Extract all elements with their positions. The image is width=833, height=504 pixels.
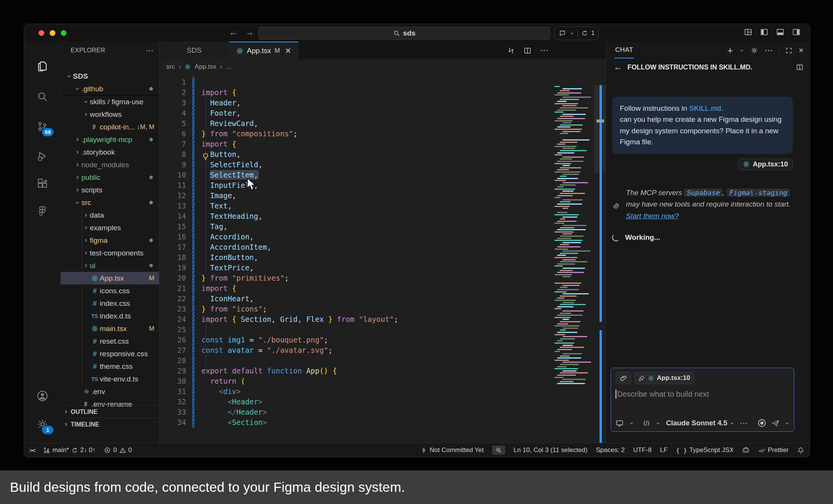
search-activity-icon[interactable] <box>24 86 60 107</box>
explorer-item--playwright-mcp[interactable]: .playwright-mcp <box>61 133 159 146</box>
code-line-30[interactable]: 30 return ( <box>159 376 606 386</box>
explorer-item-vite-env-d-ts[interactable]: TSvite-env.d.ts <box>61 373 159 385</box>
explorer-item-reset-css[interactable]: #reset.css <box>61 335 159 347</box>
outline-section[interactable]: OUTLINE <box>61 405 159 418</box>
open-chat-in-editor-icon[interactable] <box>796 63 804 71</box>
code-line-7[interactable]: 7import { <box>159 139 606 149</box>
explorer-item-responsive-css[interactable]: #responsive.css <box>61 347 159 360</box>
attach-context-button[interactable] <box>616 372 631 384</box>
code-line-24[interactable]: 24import { Section, Grid, Flex } from "l… <box>159 314 606 325</box>
open-changes-icon[interactable] <box>507 47 515 55</box>
maximize-chat-icon[interactable] <box>785 47 792 54</box>
close-window-button[interactable] <box>39 30 44 36</box>
explorer-item-ui[interactable]: ui <box>61 259 159 272</box>
chevron-down-icon[interactable] <box>739 48 744 53</box>
chevron-right-icon[interactable] <box>73 137 81 142</box>
context-badge[interactable]: App.tsx:10 <box>738 158 793 170</box>
code-line-19[interactable]: 19 TextPrice, <box>159 263 606 273</box>
code-line-21[interactable]: 21import { <box>159 283 606 294</box>
code-line-14[interactable]: 14 TextHeading, <box>159 211 606 221</box>
code-line-11[interactable]: 11 InputField, <box>159 180 606 191</box>
copilot-status[interactable] <box>742 446 750 454</box>
toggle-right-sidebar-icon[interactable] <box>792 28 801 36</box>
code-line-18[interactable]: 18 IconButton, <box>159 252 606 263</box>
chevron-right-icon[interactable] <box>73 174 81 180</box>
explorer-item-test-components[interactable]: test-components <box>61 247 159 259</box>
close-chat-icon[interactable]: × <box>799 45 804 55</box>
code-line-23[interactable]: 23} from "icons"; <box>159 304 606 314</box>
code-line-2[interactable]: 2import { <box>159 87 606 98</box>
input-more-actions[interactable]: ⋯ <box>740 418 747 428</box>
formatter-status[interactable]: Prettier <box>758 446 789 454</box>
attached-file-chip[interactable]: App.tsx:10 <box>634 372 694 384</box>
breadcrumb[interactable]: src › App.tsx › ... <box>159 59 606 74</box>
indentation-status[interactable]: Spaces: 2 <box>596 446 625 454</box>
breadcrumb-symbol[interactable]: ... <box>226 63 232 71</box>
chevron-right-icon[interactable] <box>81 225 90 231</box>
explorer-item-examples[interactable]: examples <box>61 221 159 234</box>
encoding-status[interactable]: UTF-8 <box>633 446 651 454</box>
remote-indicator[interactable]: >< <box>29 447 34 454</box>
code-line-10[interactable]: 10 SelectItem, <box>159 170 606 180</box>
explorer-item-figma[interactable]: figma <box>61 234 159 247</box>
chevron-down-icon[interactable] <box>784 421 789 426</box>
code-line-5[interactable]: 5 ReviewCard, <box>159 118 606 129</box>
notifications-status[interactable] <box>797 447 804 454</box>
toggle-bottom-panel-icon[interactable] <box>776 28 784 36</box>
problems-status[interactable]: 0 0 <box>104 446 132 454</box>
mcp-server-figma-staging[interactable]: Figma\-staging <box>727 189 790 197</box>
code-line-27[interactable]: 27const avatar = "./avatar.svg"; <box>159 345 606 355</box>
chevron-down-icon[interactable] <box>65 73 73 79</box>
code-line-9[interactable]: 9 SelectField, <box>159 160 606 170</box>
explorer-item-theme-css[interactable]: #theme.css <box>61 360 159 373</box>
split-editor-icon[interactable] <box>523 47 532 55</box>
chevron-right-icon[interactable] <box>81 212 90 218</box>
maximize-window-button[interactable] <box>61 30 66 36</box>
forward-button[interactable]: → <box>245 27 254 37</box>
chat-icon[interactable] <box>559 29 566 37</box>
code-line-17[interactable]: 17 AccordionItem, <box>159 242 606 252</box>
code-editor[interactable]: 12import {3 Header,4 Footer,5 ReviewCard… <box>159 74 606 443</box>
code-line-20[interactable]: 20} from "primitives"; <box>159 273 606 283</box>
editor-more-actions[interactable]: ⋯ <box>540 45 548 55</box>
mcp-server-supabase[interactable]: Supabase <box>684 189 723 197</box>
explorer-item-src[interactable]: src <box>61 196 159 209</box>
code-line-15[interactable]: 15 Tag, <box>159 221 606 232</box>
chevron-down-icon[interactable] <box>569 31 575 36</box>
explorer-item-index-d-ts[interactable]: TSindex.d.ts <box>61 310 159 322</box>
start-servers-link[interactable]: Start them now? <box>626 212 679 220</box>
code-line-13[interactable]: 13 Text, <box>159 201 606 211</box>
code-line-3[interactable]: 3 Header, <box>159 98 606 108</box>
account-icon[interactable] <box>24 385 60 407</box>
explorer-item-node-modules[interactable]: node_modules <box>61 158 159 171</box>
explorer-item-scripts[interactable]: scripts <box>61 184 159 196</box>
code-line-31[interactable]: 31 <div> <box>159 386 606 397</box>
branch-status[interactable]: main* 2↓ 0↑ <box>43 446 96 454</box>
code-line-28[interactable]: 28 <box>159 355 606 366</box>
source-control-activity-icon[interactable]: 69 <box>24 116 60 137</box>
code-line-33[interactable]: 33 </Header> <box>159 407 606 417</box>
cursor-position-status[interactable]: Ln 10, Col 3 (11 selected) <box>514 446 587 454</box>
chevron-right-icon[interactable] <box>81 263 90 268</box>
send-button[interactable] <box>771 419 780 428</box>
chat-text-input[interactable]: Describe what to build next <box>616 389 789 399</box>
commit-status[interactable]: Not Committed Yet <box>420 446 484 454</box>
code-line-8[interactable]: 8 Button, <box>159 149 606 160</box>
chevron-right-icon[interactable] <box>73 187 81 193</box>
explorer-item-public[interactable]: public <box>61 171 159 184</box>
breadcrumb-file[interactable]: App.tsx <box>194 63 216 71</box>
explorer-item-app-tsx[interactable]: App.tsxM <box>61 272 159 284</box>
explorer-item-sds[interactable]: SDS <box>61 70 159 82</box>
explorer-item--env[interactable]: .env <box>61 385 159 398</box>
zoom-status[interactable] <box>492 446 505 455</box>
code-line-16[interactable]: 16 Accordion, <box>159 232 606 242</box>
code-line-32[interactable]: 32 <Header> <box>159 397 606 407</box>
chevron-down-icon[interactable] <box>629 421 634 426</box>
explorer-more-actions[interactable]: ⋯ <box>146 46 154 55</box>
explorer-item-main-tsx[interactable]: main.tsxM <box>61 322 159 335</box>
chevron-right-icon[interactable] <box>81 111 90 117</box>
run-debug-activity-icon[interactable] <box>24 145 60 167</box>
explorer-item-data[interactable]: data <box>61 209 159 221</box>
chevron-down-icon[interactable] <box>81 99 90 105</box>
explorer-activity-icon[interactable] <box>24 55 60 77</box>
